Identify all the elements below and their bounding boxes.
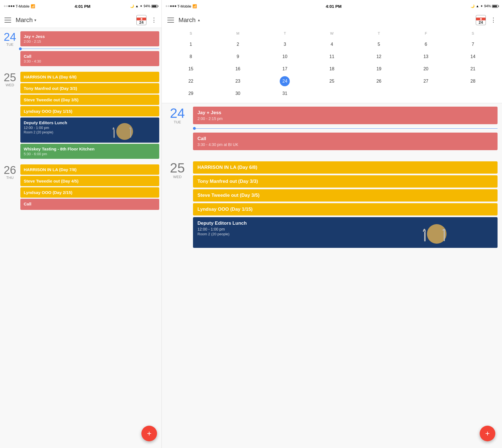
cal-day-19[interactable]: 19 xyxy=(374,64,384,74)
cal-day-23[interactable]: 23 xyxy=(233,76,243,86)
svg-rect-4 xyxy=(424,232,426,241)
calendar-days-grid: 1 2 3 4 5 6 7 8 9 10 11 12 13 14 15 16 1… xyxy=(167,38,496,100)
signal-dot-4 xyxy=(11,5,12,7)
cal-day-25[interactable]: 25 xyxy=(327,76,337,86)
right-app-header: March ▲ ▦ 24 ⋮ xyxy=(162,12,502,28)
detail-event-deputy-lunch[interactable]: Deputy Editors Lunch 12:00 - 1:00 pm Roo… xyxy=(193,217,498,248)
right-battery-percent: 94% xyxy=(484,4,491,8)
detail-time-indicator xyxy=(193,127,498,130)
cal-day-21[interactable]: 21 xyxy=(468,64,478,74)
right-header-title[interactable]: March ▲ xyxy=(178,16,476,24)
cal-day-26[interactable]: 26 xyxy=(374,76,384,86)
weekday-mon: M xyxy=(214,30,262,37)
cal-day-20[interactable]: 20 xyxy=(421,64,431,74)
detail-event-lyndsay-25[interactable]: Lyndsay OOO (Day 1/15) xyxy=(193,203,498,215)
event-lyndsay-25[interactable]: Lyndsay OOO (Day 1/15) xyxy=(20,106,159,116)
cal-day-15[interactable]: 15 xyxy=(186,64,196,74)
cal-day-9[interactable]: 9 xyxy=(233,52,243,62)
cal-day-18[interactable]: 18 xyxy=(327,64,337,74)
right-calendar-today-button[interactable]: ▦ 24 xyxy=(476,15,486,25)
cal-day-2[interactable]: 2 xyxy=(233,39,243,49)
cal-day-13[interactable]: 13 xyxy=(421,52,431,62)
day-section-24: 24 Tue Jay + Jess 2:00 - 2:15 Call 3:30 … xyxy=(0,28,161,68)
bluetooth-icon: ✦ xyxy=(140,4,143,8)
cal-day-4[interactable]: 4 xyxy=(327,39,337,49)
cal-day-3[interactable]: 3 xyxy=(280,39,290,49)
left-header-title[interactable]: March ▾ xyxy=(16,16,136,24)
cal-day-empty-4 xyxy=(468,88,478,99)
add-event-fab[interactable]: + xyxy=(141,426,157,441)
event-steve-25[interactable]: Steve Tweedie out (Day 3/5) xyxy=(20,95,159,105)
event-call-24[interactable]: Call 3:30 - 4:30 xyxy=(20,51,159,66)
right-cal-num: 24 xyxy=(479,20,483,25)
event-harrison-26[interactable]: HARRISON IN LA (Day 7/8) xyxy=(20,164,159,175)
menu-button[interactable] xyxy=(4,18,11,23)
cal-day-31[interactable]: 31 xyxy=(280,88,290,99)
cal-day-12[interactable]: 12 xyxy=(374,52,384,62)
detail-event-title: HARRISON IN LA (Day 6/8) xyxy=(197,165,493,170)
event-jay-jess[interactable]: Jay + Jess 2:00 - 2:15 xyxy=(20,31,159,46)
detail-time-line xyxy=(196,128,498,129)
cal-day-8[interactable]: 8 xyxy=(186,52,196,62)
detail-day-num-24: 24 xyxy=(166,107,189,120)
detail-events-25: HARRISON IN LA (Day 6/8) Tony Manfred ou… xyxy=(193,161,498,248)
cal-day-5[interactable]: 5 xyxy=(374,39,384,49)
cal-day-28[interactable]: 28 xyxy=(468,76,478,86)
detail-event-time: 3:30 - 4:30 pm at BI UK xyxy=(197,142,493,147)
signal-strength xyxy=(4,5,15,7)
event-lyndsay-26[interactable]: Lyndsay OOO (Day 2/15) xyxy=(20,187,159,198)
cal-day-16[interactable]: 16 xyxy=(233,64,243,74)
detail-event-tony-25[interactable]: Tony Manfred out (Day 3/3) xyxy=(193,175,498,188)
day-section-26: 26 Thu HARRISON IN LA (Day 7/8) Steve Tw… xyxy=(0,161,161,212)
hamburger-line-1 xyxy=(167,18,174,18)
weekday-tue: T xyxy=(261,30,308,37)
cal-day-11[interactable]: 11 xyxy=(327,52,337,62)
event-harrison-25[interactable]: HARRISON IN LA (Day 6/8) xyxy=(20,72,159,82)
right-menu-button[interactable] xyxy=(167,18,174,23)
signal-dot-1 xyxy=(166,5,167,7)
right-icons: 🌙 ▲ ✦ 94% xyxy=(130,4,158,8)
right-carrier-info: T-Mobile 📶 xyxy=(166,4,197,8)
cal-day-29[interactable]: 29 xyxy=(186,88,196,99)
calendar-today-button[interactable]: ▦ 24 xyxy=(136,15,146,25)
wifi-icon: 📶 xyxy=(31,4,35,8)
detail-event-call-24[interactable]: Call 3:30 - 4:30 pm at BI UK xyxy=(193,133,498,150)
right-more-options[interactable]: ⋮ xyxy=(490,17,496,23)
cal-day-10[interactable]: 10 xyxy=(280,52,290,62)
right-month-title: March xyxy=(178,16,196,24)
month-calendar-grid: S M T W T F S 1 2 3 4 5 6 7 8 9 10 11 12… xyxy=(162,28,502,103)
cal-day-7[interactable]: 7 xyxy=(468,39,478,49)
cal-day-17[interactable]: 17 xyxy=(280,64,290,74)
detail-event-jay-jess[interactable]: Jay + Jess 2:00 - 2:15 pm xyxy=(193,107,498,124)
right-add-event-fab[interactable]: + xyxy=(480,426,495,441)
right-battery-fill xyxy=(493,5,497,7)
event-whiskey-25[interactable]: Whiskey Tasting - 8th Floor Kitchen 5:30… xyxy=(20,144,159,159)
more-options-button[interactable]: ⋮ xyxy=(151,17,157,23)
detail-event-steve-25[interactable]: Steve Tweedie out (Day 3/5) xyxy=(193,189,498,202)
detail-events-24: Jay + Jess 2:00 - 2:15 pm Call 3:30 - 4:… xyxy=(193,107,498,150)
signal-dot-3 xyxy=(170,5,172,7)
event-title: Steve Tweedie out (Day 4/5) xyxy=(24,179,156,183)
event-title: Call xyxy=(24,202,156,206)
event-deputy-lunch-25[interactable]: Deputy Editors Lunch 12:00 - 1:00 pm Roo… xyxy=(20,118,159,143)
day-number-24: 24 xyxy=(2,31,18,42)
event-time: 2:00 - 2:15 xyxy=(24,39,156,44)
event-tony-25[interactable]: Tony Manfred out (Day 3/3) xyxy=(20,83,159,94)
calendar-day-number: 24 xyxy=(139,20,144,25)
cal-day-24-today[interactable]: 24 xyxy=(280,76,290,86)
detail-day-name-25: Wed xyxy=(166,175,189,179)
cal-day-14[interactable]: 14 xyxy=(468,52,478,62)
cal-day-27[interactable]: 27 xyxy=(421,76,431,86)
detail-label-24: 24 Tue xyxy=(166,107,189,150)
right-carrier: T-Mobile xyxy=(177,4,191,8)
cal-day-30[interactable]: 30 xyxy=(233,88,243,99)
day-label-26: 26 Thu xyxy=(2,164,18,210)
event-steve-26[interactable]: Steve Tweedie out (Day 4/5) xyxy=(20,176,159,186)
detail-day-num-25: 25 xyxy=(166,161,189,175)
weekday-sun: S xyxy=(167,30,214,37)
event-call-26[interactable]: Call xyxy=(20,199,159,210)
cal-day-22[interactable]: 22 xyxy=(186,76,196,86)
cal-day-6[interactable]: 6 xyxy=(421,39,431,49)
cal-day-1[interactable]: 1 xyxy=(186,39,196,49)
detail-event-harrison-25[interactable]: HARRISON IN LA (Day 6/8) xyxy=(193,161,498,174)
